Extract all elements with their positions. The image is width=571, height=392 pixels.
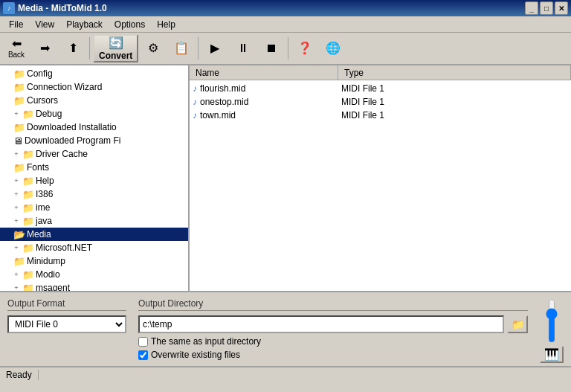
menu-options[interactable]: Options [109, 18, 151, 31]
back-button[interactable]: ⬅ Back [3, 34, 30, 62]
tree-scroll[interactable]: 📁 Config 📁 Connection Wizard 📁 Cursors +… [0, 65, 188, 291]
folder-icon: 📁 [13, 256, 25, 267]
convert-label: Convert [99, 51, 132, 61]
col-name-label: Name [196, 68, 219, 78]
menu-playback[interactable]: Playback [60, 18, 109, 31]
settings-button[interactable]: ⚙ [140, 34, 167, 62]
tree-item-downloaded-installation[interactable]: 📁 Downloaded Installatio [0, 121, 188, 134]
tree-label: Debug [36, 109, 62, 119]
dir-browse-button[interactable]: 📁 [507, 315, 528, 333]
stop-button[interactable]: ⏹ [258, 34, 285, 62]
back-label: Back [8, 51, 25, 59]
tree-item-media[interactable]: 📂 Media [0, 228, 188, 241]
menu-file[interactable]: File [3, 18, 29, 31]
tree-item-config[interactable]: 📁 Config [0, 67, 188, 80]
tree-label: ime [36, 202, 50, 213]
status-bar: Ready [0, 367, 571, 382]
tree-label: Driver Cache [36, 149, 88, 159]
same-as-input-label: The same as input directory [151, 336, 261, 347]
file-item-onestop[interactable]: ♪ onestop.mid MIDI File 1 [190, 95, 571, 109]
tree-item-msagent[interactable]: + 📁 msagent [0, 281, 188, 291]
tree-label: Microsoft.NET [36, 242, 92, 253]
tree-item-downloaded-program[interactable]: 🖥 Downloaded Program Fi [0, 134, 188, 147]
folder-icon: 📁 [22, 242, 34, 254]
file-name: onestop.mid [200, 97, 341, 107]
tree-label: Cursors [27, 95, 58, 106]
overwrite-row: Overwrite existing files [138, 350, 528, 360]
separator-3 [288, 37, 288, 60]
folder-icon: 📁 [13, 82, 25, 93]
col-header-type[interactable]: Type [338, 65, 571, 80]
help-button[interactable]: ❓ [291, 34, 318, 62]
file-item-flourish[interactable]: ♪ flourish.mid MIDI File 1 [190, 82, 571, 95]
tree-label: Config [27, 68, 53, 79]
tree-label: Modio [36, 269, 60, 280]
forward-button[interactable]: ➡ [31, 34, 58, 62]
help-icon: ❓ [297, 42, 312, 54]
expander: + [12, 204, 21, 211]
overwrite-checkbox[interactable] [138, 350, 148, 360]
overwrite-label: Overwrite existing files [151, 350, 240, 360]
file-type: MIDI File 1 [341, 83, 571, 94]
volume-slider-container [544, 298, 559, 343]
output-format-select[interactable]: MIDI File 0 MIDI File 1 MIDI File 2 [7, 315, 126, 333]
tree-item-cursors[interactable]: 📁 Cursors [0, 94, 188, 107]
piano-button[interactable]: 🎹 [540, 346, 564, 363]
tree-item-debug[interactable]: + 📁 Debug [0, 107, 188, 121]
title-bar-left: ♪ Media - MidToMid 1.0 [3, 2, 107, 14]
up-button[interactable]: ⬆ [59, 34, 86, 62]
close-button[interactable]: ✕ [555, 1, 568, 15]
title-bar: ♪ Media - MidToMid 1.0 _ □ ✕ [0, 0, 571, 16]
tree-item-modio[interactable]: + 📁 Modio [0, 268, 188, 281]
volume-slider[interactable] [544, 298, 559, 343]
tree-item-i386[interactable]: + 📁 I386 [0, 187, 188, 201]
tree-label: Help [36, 176, 54, 186]
output-dir-label: Output Directory [138, 298, 528, 311]
tree-item-microsoft-net[interactable]: + 📁 Microsoft.NET [0, 241, 188, 254]
separator-2 [198, 37, 199, 60]
convert-button[interactable]: 🔄 Convert [93, 34, 138, 62]
convert-icon: 🔄 [109, 36, 123, 50]
same-as-input-checkbox[interactable] [138, 337, 148, 347]
expander: + [12, 217, 21, 225]
tree-label: Downloaded Installatio [27, 122, 117, 132]
midi-file-icon: ♪ [193, 110, 197, 121]
dir-path-input[interactable] [138, 315, 504, 333]
pause-button[interactable]: ⏸ [230, 34, 257, 62]
file-item-town[interactable]: ♪ town.mid MIDI File 1 [190, 109, 571, 122]
tree-item-java[interactable]: + 📁 java [0, 214, 188, 228]
play-button[interactable]: ▶ [201, 34, 228, 62]
tree-item-minidump[interactable]: 📁 Minidump [0, 254, 188, 268]
folder-icon: 📁 [22, 189, 34, 200]
properties-button[interactable]: 📋 [168, 34, 195, 62]
tree-panel: 📁 Config 📁 Connection Wizard 📁 Cursors +… [0, 65, 190, 291]
minimize-button[interactable]: _ [525, 1, 538, 15]
expander: + [12, 284, 21, 291]
midi-file-icon: ♪ [193, 83, 197, 94]
folder-icon: 📁 [13, 95, 25, 106]
tree-item-fonts[interactable]: 📁 Fonts [0, 161, 188, 174]
tree-item-driver-cache[interactable]: + 📁 Driver Cache [0, 147, 188, 161]
back-icon: ⬅ [12, 38, 22, 50]
folder-icon: 📁 [22, 176, 34, 187]
file-name: flourish.mid [200, 83, 341, 94]
expander: + [12, 190, 21, 198]
maximize-button[interactable]: □ [540, 1, 553, 15]
tree-item-ime[interactable]: + 📁 ime [0, 201, 188, 214]
file-panel: Name Type ♪ flourish.mid MIDI File 1 ♪ o… [190, 65, 571, 291]
tree-label: Minidump [27, 256, 65, 266]
tree-item-help[interactable]: + 📁 Help [0, 174, 188, 187]
menu-view[interactable]: View [29, 18, 60, 31]
file-list: ♪ flourish.mid MIDI File 1 ♪ onestop.mid… [190, 80, 571, 291]
tree-label: I386 [36, 189, 53, 199]
menu-help[interactable]: Help [151, 18, 181, 31]
refresh-button[interactable]: 🌐 [320, 34, 346, 62]
midi-file-icon: ♪ [193, 97, 197, 107]
col-header-name[interactable]: Name [190, 65, 338, 80]
folder-icon: 📁 [13, 122, 25, 133]
main-content: 📁 Config 📁 Connection Wizard 📁 Cursors +… [0, 65, 571, 292]
tree-item-connection-wizard[interactable]: 📁 Connection Wizard [0, 80, 188, 94]
same-as-input-row: The same as input directory [138, 336, 528, 347]
status-text: Ready [6, 370, 39, 380]
output-dir-section: Output Directory 📁 The same as input dir… [138, 298, 528, 360]
